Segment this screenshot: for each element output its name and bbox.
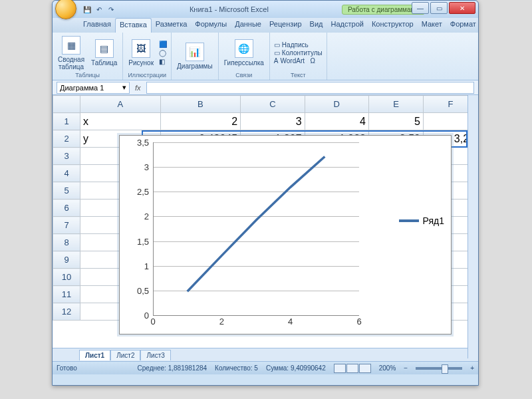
undo-icon[interactable]: ↶ bbox=[94, 4, 104, 15]
status-ready: Готово bbox=[57, 364, 77, 372]
group-illus-label: Иллюстрации bbox=[128, 72, 166, 78]
picture-button[interactable]: 🖼 Рисунок bbox=[127, 38, 155, 68]
table-button[interactable]: ▤ Таблица bbox=[90, 38, 118, 68]
sheet-tab-Лист3[interactable]: Лист3 bbox=[140, 350, 170, 360]
chart-icon: 📊 bbox=[186, 43, 204, 61]
cell-B1[interactable]: 2 bbox=[160, 113, 241, 130]
pivot-table-icon: ▦ bbox=[62, 36, 80, 55]
row-header-8[interactable]: 8 bbox=[53, 234, 80, 251]
row-header-9[interactable]: 9 bbox=[53, 251, 80, 269]
row-header-6[interactable]: 6 bbox=[53, 200, 80, 217]
chart-legend[interactable]: Ряд1 bbox=[399, 215, 444, 226]
tab-главная[interactable]: Главная bbox=[79, 18, 115, 33]
zoom-out-button[interactable]: − bbox=[404, 364, 408, 372]
picture-icon: 🖼 bbox=[132, 39, 150, 58]
zoom-slider[interactable] bbox=[416, 367, 462, 370]
table-icon: ▤ bbox=[95, 39, 114, 58]
group-illustrations: 🖼 Рисунок 🟦 ◯ ◧ Иллюстрации bbox=[123, 33, 172, 80]
clipart-icon[interactable]: 🟦 bbox=[159, 41, 167, 48]
sheet-tab-Лист1[interactable]: Лист1 bbox=[79, 350, 110, 360]
row-header-7[interactable]: 7 bbox=[53, 217, 80, 234]
tab-разметка[interactable]: Разметка bbox=[152, 18, 192, 33]
tab-рецензир[interactable]: Рецензир bbox=[265, 18, 306, 33]
maximize-button[interactable]: ▭ bbox=[430, 2, 448, 14]
ribbon: ▦ Сводная таблица ▤ Таблица Таблицы 🖼 Ри… bbox=[53, 33, 478, 80]
cell-A1[interactable]: x bbox=[80, 113, 160, 130]
titlebar: 💾 ↶ ↷ Книга1 - Microsoft Excel Работа с … bbox=[53, 1, 478, 18]
picture-label: Рисунок bbox=[128, 59, 154, 66]
shapes-icon[interactable]: ◯ bbox=[159, 49, 167, 57]
pivot-label: Сводная таблица bbox=[58, 56, 84, 70]
tab-конструктор[interactable]: Конструктор bbox=[368, 18, 418, 33]
globe-icon: 🌐 bbox=[235, 39, 253, 58]
embedded-chart[interactable]: 00,511,522,533,5 0246 Ряд1 bbox=[119, 135, 452, 334]
window-controls: — ▭ ✕ bbox=[410, 2, 475, 14]
minimize-button[interactable]: — bbox=[412, 2, 429, 14]
col-header-B[interactable]: B bbox=[160, 96, 241, 113]
fx-icon[interactable]: fx bbox=[135, 84, 141, 92]
hyperlink-label: Гиперссылка bbox=[224, 59, 264, 66]
group-links: 🌐 Гиперссылка Связи bbox=[219, 33, 270, 80]
row-header-1[interactable]: 1 bbox=[53, 113, 80, 130]
tab-вставка[interactable]: Вставка bbox=[115, 18, 152, 33]
row-header-4[interactable]: 4 bbox=[53, 165, 80, 182]
ribbon-tabs: ГлавнаяВставкаРазметкаФормулыДанныеРецен… bbox=[53, 18, 478, 33]
col-header-A[interactable]: A bbox=[80, 96, 160, 113]
col-header-E[interactable]: E bbox=[368, 96, 423, 113]
wordart-button[interactable]: A WordArt Ω bbox=[274, 57, 315, 65]
legend-label: Ряд1 bbox=[423, 215, 444, 226]
cell-E1[interactable]: 5 bbox=[368, 113, 423, 130]
sheet-tabs: Лист1Лист2Лист3 bbox=[53, 348, 478, 361]
close-button[interactable]: ✕ bbox=[449, 2, 475, 14]
redo-icon[interactable]: ↷ bbox=[106, 4, 116, 15]
formula-bar-row: Диаграмма 1 ▾ fx bbox=[53, 80, 478, 95]
row-header-11[interactable]: 11 bbox=[53, 286, 80, 303]
status-bar: Готово Среднее: 1,881981284 Количество: … bbox=[53, 361, 478, 374]
row-header-10[interactable]: 10 bbox=[53, 269, 80, 286]
view-buttons[interactable] bbox=[334, 364, 371, 373]
office-button[interactable] bbox=[55, 0, 76, 19]
quick-access-toolbar: 💾 ↶ ↷ bbox=[82, 4, 116, 15]
tab-макет[interactable]: Макет bbox=[418, 18, 446, 33]
smartart-icon[interactable]: ◧ bbox=[159, 58, 167, 65]
group-links-label: Связи bbox=[235, 72, 252, 78]
legend-swatch bbox=[399, 219, 419, 222]
table-label: Таблица bbox=[91, 59, 117, 66]
cell-C1[interactable]: 3 bbox=[241, 113, 305, 130]
charts-button[interactable]: 📊 Диаграммы bbox=[176, 41, 214, 71]
tab-формат[interactable]: Формат bbox=[446, 18, 480, 33]
headerfooter-button[interactable]: ▭ Колонтитулы bbox=[274, 49, 323, 57]
status-average: Среднее: 1,881981284 bbox=[138, 364, 207, 372]
tab-данные[interactable]: Данные bbox=[231, 18, 265, 33]
row-header-12[interactable]: 12 bbox=[53, 303, 80, 321]
col-header-C[interactable]: C bbox=[241, 96, 305, 113]
tab-надстрой[interactable]: Надстрой bbox=[327, 18, 368, 33]
status-sum: Сумма: 9,40990642 bbox=[266, 364, 326, 372]
cell-D1[interactable]: 4 bbox=[305, 113, 368, 130]
worksheet-grid[interactable]: ABCDEF1x234562y0,480451,2071,9222,593,21… bbox=[53, 95, 478, 348]
textbox-button[interactable]: ▭ Надпись bbox=[274, 41, 309, 49]
row-header-2[interactable]: 2 bbox=[53, 130, 80, 148]
chevron-down-icon[interactable]: ▾ bbox=[122, 83, 126, 92]
name-box-value: Диаграмма 1 bbox=[60, 84, 104, 92]
row-header-3[interactable]: 3 bbox=[53, 148, 80, 165]
vertical-scrollbar[interactable] bbox=[467, 95, 478, 358]
group-tables-label: Таблицы bbox=[75, 72, 100, 78]
sheet-tab-Лист2[interactable]: Лист2 bbox=[110, 350, 140, 360]
group-text-label: Текст bbox=[291, 72, 306, 78]
group-charts: 📊 Диаграммы bbox=[172, 33, 219, 80]
save-icon[interactable]: 💾 bbox=[82, 4, 92, 15]
row-header-5[interactable]: 5 bbox=[53, 182, 80, 200]
col-header-D[interactable]: D bbox=[305, 96, 368, 113]
zoom-in-button[interactable]: + bbox=[470, 364, 474, 372]
zoom-level[interactable]: 200% bbox=[379, 364, 396, 372]
hyperlink-button[interactable]: 🌐 Гиперссылка bbox=[223, 38, 265, 68]
pivot-table-button[interactable]: ▦ Сводная таблица bbox=[57, 35, 86, 72]
tab-вид[interactable]: Вид bbox=[306, 18, 327, 33]
select-all-corner[interactable] bbox=[53, 96, 80, 113]
group-tables: ▦ Сводная таблица ▤ Таблица Таблицы bbox=[53, 33, 123, 80]
tab-формулы[interactable]: Формулы bbox=[191, 18, 231, 33]
window-title: Книга1 - Microsoft Excel bbox=[116, 5, 342, 13]
name-box[interactable]: Диаграмма 1 ▾ bbox=[57, 82, 130, 94]
formula-bar[interactable] bbox=[146, 82, 474, 94]
